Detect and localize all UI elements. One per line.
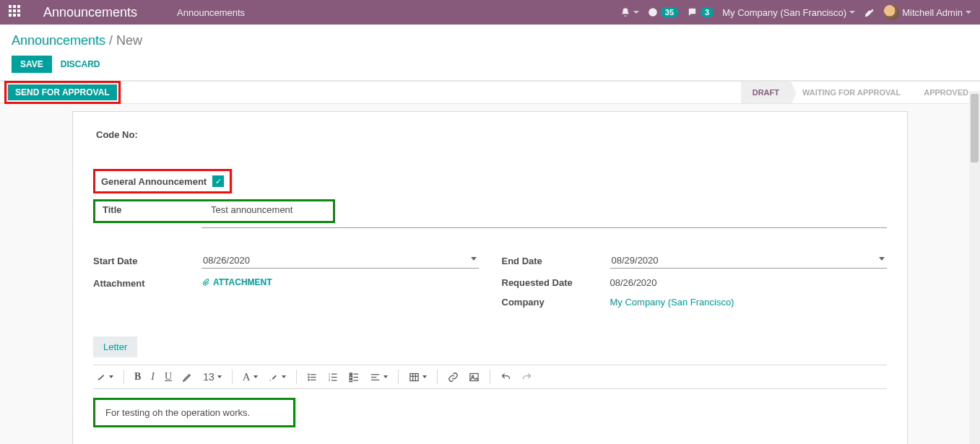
highlight-editor-content: For testing oh the operation works. [93, 398, 295, 427]
attachment-link[interactable]: ATTACHMENT [201, 277, 272, 287]
caret-down-icon [966, 11, 971, 14]
undo-icon [500, 372, 511, 383]
scrollbar-thumb[interactable] [971, 94, 979, 162]
user-menu[interactable]: Mitchell Admin [883, 4, 971, 20]
caret-down-icon [633, 11, 639, 14]
highlight-general-announcement: General Announcement ✓ [93, 169, 232, 193]
top-header: Announcements Announcements 35 3 My Comp… [0, 0, 980, 25]
caret-down-icon [109, 375, 113, 378]
pencil-icon [182, 372, 193, 383]
ol-button[interactable]: 123 [328, 372, 339, 383]
form-col-right: End Date Requested Date 08/26/2020 Compa… [502, 253, 888, 316]
align-icon [370, 372, 381, 383]
company-switcher[interactable]: My Company (San Francisco) [722, 7, 855, 18]
company-label: Company [502, 297, 610, 308]
attachment-label: Attachment [93, 278, 201, 289]
start-date-label: Start Date [93, 256, 201, 266]
align-button[interactable] [370, 372, 388, 383]
editor-content[interactable]: For testing oh the operation works. [105, 407, 250, 418]
title-label: Title [103, 204, 211, 215]
svg-rect-9 [331, 376, 337, 377]
form-grid: Start Date Attachment ATTACHMENT [93, 253, 887, 316]
form-scroll[interactable]: Code No: General Announcement ✓ Title Te… [0, 104, 980, 444]
svg-rect-1 [311, 374, 316, 375]
caret-down-icon [422, 375, 427, 378]
end-date-input[interactable] [610, 253, 888, 269]
checklist-icon [349, 372, 360, 383]
wand-icon [96, 372, 106, 382]
wand-button[interactable] [96, 372, 113, 382]
save-button[interactable]: SAVE [12, 56, 52, 73]
company-value[interactable]: My Company (San Francisco) [610, 297, 734, 308]
svg-point-2 [308, 376, 310, 378]
ul-button[interactable] [307, 372, 318, 383]
svg-rect-25 [469, 373, 477, 380]
status-steps: DRAFT WAITING FOR APPROVAL APPROVED [741, 82, 980, 103]
bold-button[interactable]: B [134, 371, 141, 383]
breadcrumb-sep: / [105, 33, 116, 48]
title-underline [201, 227, 887, 228]
svg-rect-16 [350, 379, 352, 381]
caret-down-icon [217, 375, 222, 378]
image-button[interactable] [469, 372, 480, 383]
start-date-input[interactable] [201, 253, 479, 269]
attachment-link-text: ATTACHMENT [213, 277, 272, 287]
app-title: Announcements [43, 5, 137, 20]
svg-rect-7 [331, 373, 337, 374]
svg-rect-11 [331, 380, 337, 380]
checklist-button[interactable] [349, 372, 360, 383]
company-name: My Company (San Francisco) [722, 7, 846, 18]
editor-toolbar: B I U 13 A [93, 365, 887, 389]
highlight-title: Title Test announcement [93, 199, 335, 223]
underline-button[interactable]: U [165, 371, 172, 383]
requested-date-value: 08/26/2020 [610, 277, 657, 288]
svg-rect-18 [370, 374, 378, 375]
caret-down-icon [383, 375, 388, 378]
menu-announcements[interactable]: Announcements [177, 7, 245, 18]
redo-icon [521, 372, 532, 383]
code-no-label: Code No: [93, 129, 887, 140]
highlight-send-approval: SEND FOR APPROVAL [4, 81, 121, 104]
debug-button[interactable] [864, 7, 875, 18]
general-announcement-label: General Announcement [101, 176, 207, 187]
svg-point-0 [308, 373, 310, 375]
paperclip-icon [201, 278, 210, 287]
redo-button[interactable] [521, 372, 532, 383]
title-value[interactable]: Test announcement [211, 204, 292, 215]
strike-button[interactable] [182, 372, 193, 383]
svg-rect-20 [370, 379, 378, 380]
caret-down-icon [282, 375, 286, 378]
italic-button[interactable]: I [151, 371, 155, 383]
image-icon [469, 372, 480, 383]
status-waiting[interactable]: WAITING FOR APPROVAL [791, 82, 912, 103]
svg-rect-21 [409, 373, 417, 380]
send-for-approval-button[interactable]: SEND FOR APPROVAL [8, 84, 117, 100]
table-button[interactable] [409, 372, 427, 383]
notifications-button[interactable] [620, 7, 639, 17]
status-draft[interactable]: DRAFT [741, 82, 791, 103]
font-color-button[interactable]: A [243, 371, 258, 383]
undo-button[interactable] [500, 372, 511, 383]
activities-button[interactable]: 35 [648, 7, 678, 17]
svg-point-4 [308, 379, 310, 381]
wrench-icon [864, 7, 875, 18]
message-badge: 3 [701, 7, 714, 17]
font-size-button[interactable]: 13 [203, 371, 222, 383]
bell-icon [620, 7, 630, 17]
tabs: Letter [93, 336, 887, 357]
svg-text:3: 3 [328, 378, 330, 381]
messaging-button[interactable]: 3 [687, 7, 714, 17]
scrollbar[interactable] [969, 91, 980, 444]
user-name: Mitchell Admin [902, 7, 963, 18]
svg-rect-19 [370, 376, 376, 377]
svg-rect-3 [311, 376, 316, 377]
general-announcement-checkbox[interactable]: ✓ [212, 175, 224, 187]
discard-button[interactable]: DISCARD [61, 59, 100, 69]
svg-rect-5 [311, 379, 316, 380]
breadcrumb-root[interactable]: Announcements [12, 33, 105, 48]
apps-icon[interactable] [9, 5, 23, 19]
highlight-button[interactable] [268, 372, 286, 383]
tab-letter[interactable]: Letter [93, 336, 137, 357]
link-button[interactable] [448, 372, 459, 383]
chat-icon [687, 7, 698, 17]
